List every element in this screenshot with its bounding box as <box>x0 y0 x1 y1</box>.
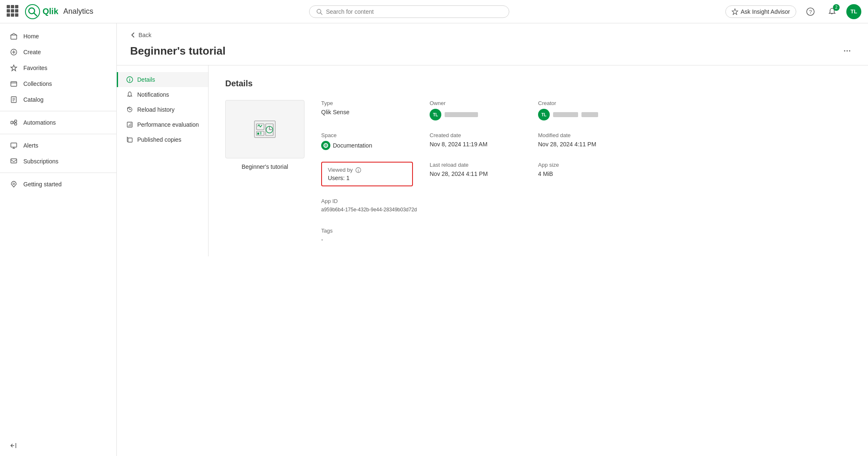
app-thumbnail-icon <box>252 119 277 140</box>
viewed-label-row: Viewed by <box>328 167 406 173</box>
space-icon <box>321 141 330 150</box>
back-chevron-icon <box>130 32 136 38</box>
sidebar: Home Create Favorites <box>0 23 117 456</box>
field-owner: Owner TL <box>430 100 521 120</box>
subscriptions-icon <box>10 158 18 165</box>
page-title: Beginner's tutorial <box>130 45 226 58</box>
field-viewed-by: Viewed by Users: 1 <box>321 162 413 186</box>
svg-point-0 <box>25 5 40 19</box>
sub-nav: Details Notifications <box>117 65 209 256</box>
svg-line-2 <box>34 13 37 16</box>
performance-icon <box>126 121 133 128</box>
sidebar-item-automations[interactable]: Automations <box>0 115 116 130</box>
field-tags: Tags - <box>321 228 630 243</box>
automations-icon <box>10 119 18 126</box>
viewed-by-box: Viewed by Users: 1 <box>321 162 413 186</box>
more-options-button[interactable] <box>840 43 855 58</box>
sidebar-item-alerts[interactable]: Alerts <box>0 138 116 153</box>
space-value: Documentation <box>321 141 413 150</box>
app-brand: Analytics <box>63 7 93 16</box>
sidebar-item-label: Automations <box>23 119 56 126</box>
details-section-title: Details <box>225 79 851 88</box>
svg-point-32 <box>847 50 848 52</box>
field-app-size: App size 4 MiB <box>538 162 630 186</box>
app-preview: Beginner's tutorial <box>225 100 304 170</box>
more-dots-icon <box>843 47 851 55</box>
owner-value: TL <box>430 109 521 120</box>
field-creator: Creator TL <box>538 100 630 120</box>
help-icon: ? <box>806 8 815 16</box>
notifications-button[interactable]: 2 <box>825 4 840 19</box>
field-type: Type Qlik Sense <box>321 100 413 120</box>
sidebar-item-favorites[interactable]: Favorites <box>0 60 116 76</box>
sidebar-item-label: Catalog <box>23 96 43 103</box>
sidebar-item-label: Alerts <box>23 142 38 149</box>
svg-line-4 <box>321 13 322 14</box>
svg-marker-12 <box>11 65 17 71</box>
sidebar-item-label: Subscriptions <box>23 158 58 165</box>
page-title-row: Beginner's tutorial <box>117 42 868 65</box>
search-box[interactable] <box>309 5 509 18</box>
star-icon <box>10 64 18 72</box>
user-avatar[interactable]: TL <box>846 4 861 19</box>
back-header: Back <box>117 23 868 42</box>
details-grid: Type Qlik Sense Owner TL <box>321 100 851 243</box>
sub-nav-reload-history[interactable]: Reload history <box>117 102 208 117</box>
svg-rect-50 <box>260 132 262 135</box>
svg-point-36 <box>129 78 130 79</box>
space-inner-icon <box>323 143 329 148</box>
field-created-date: Created date Nov 8, 2024 11:19 AM <box>430 132 521 150</box>
back-button[interactable]: Back <box>130 32 151 38</box>
catalog-icon <box>10 96 18 103</box>
sidebar-item-getting-started[interactable]: Getting started <box>0 176 116 192</box>
svg-rect-19 <box>11 121 13 124</box>
navbar: Qlik Analytics Ask Insight Advisor ? <box>0 0 868 23</box>
insight-advisor-button[interactable]: Ask Insight Advisor <box>725 5 796 18</box>
details-icon <box>126 76 133 83</box>
viewed-by-info-icon <box>355 167 361 173</box>
sub-nav-notifications[interactable]: Notifications <box>117 87 208 102</box>
svg-rect-49 <box>257 133 259 135</box>
notification-badge: 2 <box>833 4 840 11</box>
sidebar-item-subscriptions[interactable]: Subscriptions <box>0 153 116 169</box>
owner-name-redacted <box>445 112 478 117</box>
sidebar-divider <box>0 111 116 111</box>
svg-point-57 <box>358 169 358 169</box>
svg-rect-20 <box>15 120 17 122</box>
search-input[interactable] <box>326 8 502 15</box>
sidebar-item-home[interactable]: Home <box>0 28 116 44</box>
sub-nav-details[interactable]: Details <box>117 72 208 87</box>
qlik-logo[interactable]: Qlik <box>25 4 58 19</box>
sidebar-item-catalog[interactable]: Catalog <box>0 92 116 108</box>
plus-icon <box>10 48 18 56</box>
sidebar-item-label: Create <box>23 49 41 55</box>
sub-nav-performance[interactable]: Performance evaluation <box>117 117 208 132</box>
sidebar-item-create[interactable]: Create <box>0 44 116 60</box>
creator-value: TL <box>538 109 630 120</box>
notification-icon <box>126 91 133 98</box>
sub-nav-published[interactable]: Published copies <box>117 132 208 147</box>
owner-avatar: TL <box>430 109 441 120</box>
svg-rect-13 <box>11 82 17 86</box>
svg-rect-21 <box>15 123 17 125</box>
creator-name-redacted-2 <box>581 112 598 117</box>
alerts-icon <box>10 142 18 149</box>
content-area: Back Beginner's tutorial <box>117 23 868 456</box>
collapse-icon <box>10 442 18 449</box>
svg-text:?: ? <box>809 9 812 15</box>
app-preview-name: Beginner's tutorial <box>242 163 288 170</box>
svg-marker-5 <box>732 9 738 15</box>
detail-top: Beginner's tutorial Type Qlik Sense <box>225 100 851 243</box>
field-space: Space Documentat <box>321 132 413 150</box>
sidebar-divider-2 <box>0 134 116 134</box>
help-button[interactable]: ? <box>803 4 818 19</box>
home-icon <box>10 33 18 40</box>
sidebar-item-label: Home <box>23 33 39 40</box>
sidebar-item-label: Collections <box>23 80 52 87</box>
svg-rect-24 <box>11 143 17 147</box>
sidebar-item-label: Getting started <box>23 181 62 188</box>
grid-menu-icon[interactable] <box>7 5 20 18</box>
content-inner: Details Notifications <box>117 65 868 256</box>
sidebar-collapse[interactable] <box>0 435 116 456</box>
sidebar-item-collections[interactable]: Collections <box>0 76 116 92</box>
